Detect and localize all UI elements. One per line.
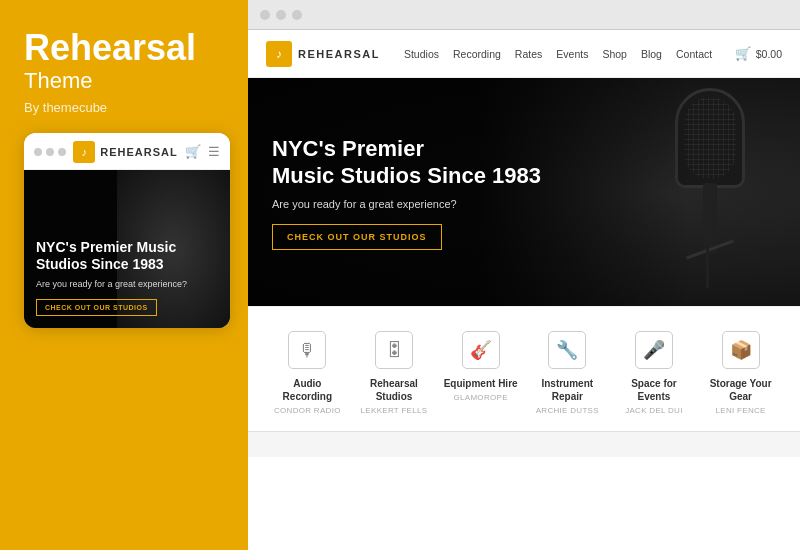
feature-equipment-title: Equipment Hire bbox=[444, 377, 518, 390]
mobile-logo-text: REHEARSAL bbox=[100, 146, 177, 158]
hero-cta-button[interactable]: CHECK OUT OUR STUDIOS bbox=[272, 224, 442, 250]
nav-link-studios[interactable]: Studios bbox=[404, 48, 439, 60]
mobile-hero-sub: Are you ready for a great experience? bbox=[36, 279, 218, 289]
left-panel: Rehearsal Theme By themecube ♪ REHEARSAL… bbox=[0, 0, 248, 550]
hero-title-line1: NYC's Premier bbox=[272, 136, 424, 161]
audio-recording-icon: 🎙 bbox=[288, 331, 326, 369]
browser-chrome bbox=[248, 0, 800, 30]
website-logo: ♪ REHEARSAL bbox=[266, 41, 380, 67]
website: ♪ REHEARSAL Studios Recording Rates Even… bbox=[248, 30, 800, 550]
browser-dot-2 bbox=[276, 10, 286, 20]
theme-by: By themecube bbox=[24, 100, 224, 115]
mobile-cart-icon[interactable]: 🛒 bbox=[185, 144, 201, 159]
feature-audio-recording: 🎙 Audio Recording CONDOR RADIO bbox=[267, 331, 347, 415]
feature-rehearsal-studios: 🎛 Rehearsal Studios LEKKERT FELLS bbox=[354, 331, 434, 415]
feature-storage-gear: 📦 Storage Your Gear LENI FENCE bbox=[701, 331, 781, 415]
mobile-logo-icon: ♪ bbox=[73, 141, 95, 163]
feature-storage-title: Storage Your Gear bbox=[701, 377, 781, 403]
mobile-menu-icon[interactable]: ☰ bbox=[208, 144, 220, 159]
feature-events-title: Space for Events bbox=[614, 377, 694, 403]
feature-events-subtitle: JACK DEL DUI bbox=[625, 406, 683, 415]
hero-subtitle: Are you ready for a great experience? bbox=[272, 198, 541, 210]
website-logo-text: REHEARSAL bbox=[298, 48, 380, 60]
feature-audio-subtitle: CONDOR RADIO bbox=[274, 406, 341, 415]
theme-title-light: Theme bbox=[24, 68, 224, 94]
website-logo-icon: ♪ bbox=[266, 41, 292, 67]
hero-title: NYC's Premier Music Studios Since 1983 bbox=[272, 135, 541, 190]
feature-space-events: 🎤 Space for Events JACK DEL DUI bbox=[614, 331, 694, 415]
nav-link-blog[interactable]: Blog bbox=[641, 48, 662, 60]
storage-gear-icon: 📦 bbox=[722, 331, 760, 369]
bottom-bar bbox=[248, 431, 800, 457]
feature-repair-title: Instrument Repair bbox=[527, 377, 607, 403]
mobile-hero-content: NYC's Premier Music Studios Since 1983 A… bbox=[36, 239, 218, 316]
feature-rehearsal-title: Rehearsal Studios bbox=[354, 377, 434, 403]
mobile-dots bbox=[34, 148, 66, 156]
mobile-top-bar: ♪ REHEARSAL 🛒 ☰ bbox=[24, 133, 230, 170]
website-cart[interactable]: 🛒 $0.00 bbox=[735, 46, 782, 61]
feature-instrument-repair: 🔧 Instrument Repair ARCHIE DUTSS bbox=[527, 331, 607, 415]
feature-equipment-subtitle: GLAMOROPE bbox=[454, 393, 508, 402]
cart-amount: $0.00 bbox=[756, 48, 782, 60]
mobile-hero: NYC's Premier Music Studios Since 1983 A… bbox=[24, 170, 230, 328]
nav-link-shop[interactable]: Shop bbox=[602, 48, 627, 60]
browser-dot-3 bbox=[292, 10, 302, 20]
rehearsal-studios-icon: 🎛 bbox=[375, 331, 413, 369]
nav-link-recording[interactable]: Recording bbox=[453, 48, 501, 60]
equipment-hire-icon: 🎸 bbox=[462, 331, 500, 369]
mobile-dot-3 bbox=[58, 148, 66, 156]
nav-link-events[interactable]: Events bbox=[556, 48, 588, 60]
hero-title-line2: Music Studios Since 1983 bbox=[272, 163, 541, 188]
website-nav: ♪ REHEARSAL Studios Recording Rates Even… bbox=[248, 30, 800, 78]
hero-content: NYC's Premier Music Studios Since 1983 A… bbox=[248, 135, 565, 250]
space-events-icon: 🎤 bbox=[635, 331, 673, 369]
nav-link-contact[interactable]: Contact bbox=[676, 48, 712, 60]
feature-equipment-hire: 🎸 Equipment Hire GLAMOROPE bbox=[441, 331, 521, 402]
instrument-repair-icon: 🔧 bbox=[548, 331, 586, 369]
features-section: 🎙 Audio Recording CONDOR RADIO 🎛 Rehears… bbox=[248, 306, 800, 431]
theme-title-bold: Rehearsal bbox=[24, 28, 224, 68]
mobile-cta-button[interactable]: CHECK OUT OUR STUDIOS bbox=[36, 299, 157, 316]
mobile-mockup: ♪ REHEARSAL 🛒 ☰ NYC's Premier Music Stud… bbox=[24, 133, 230, 328]
cart-icon: 🛒 bbox=[735, 46, 751, 61]
mobile-logo-area: ♪ REHEARSAL bbox=[73, 141, 177, 163]
nav-link-rates[interactable]: Rates bbox=[515, 48, 542, 60]
mobile-dot-1 bbox=[34, 148, 42, 156]
mobile-hero-title: NYC's Premier Music Studios Since 1983 bbox=[36, 239, 218, 274]
mobile-dot-2 bbox=[46, 148, 54, 156]
website-nav-links: Studios Recording Rates Events Shop Blog… bbox=[404, 48, 735, 60]
feature-audio-title: Audio Recording bbox=[267, 377, 347, 403]
browser-dot-1 bbox=[260, 10, 270, 20]
mobile-nav-icons: 🛒 ☰ bbox=[185, 144, 220, 159]
feature-rehearsal-subtitle: LEKKERT FELLS bbox=[361, 406, 428, 415]
feature-storage-subtitle: LENI FENCE bbox=[716, 406, 766, 415]
right-panel: ♪ REHEARSAL Studios Recording Rates Even… bbox=[248, 0, 800, 550]
feature-repair-subtitle: ARCHIE DUTSS bbox=[536, 406, 599, 415]
website-hero: NYC's Premier Music Studios Since 1983 A… bbox=[248, 78, 800, 306]
